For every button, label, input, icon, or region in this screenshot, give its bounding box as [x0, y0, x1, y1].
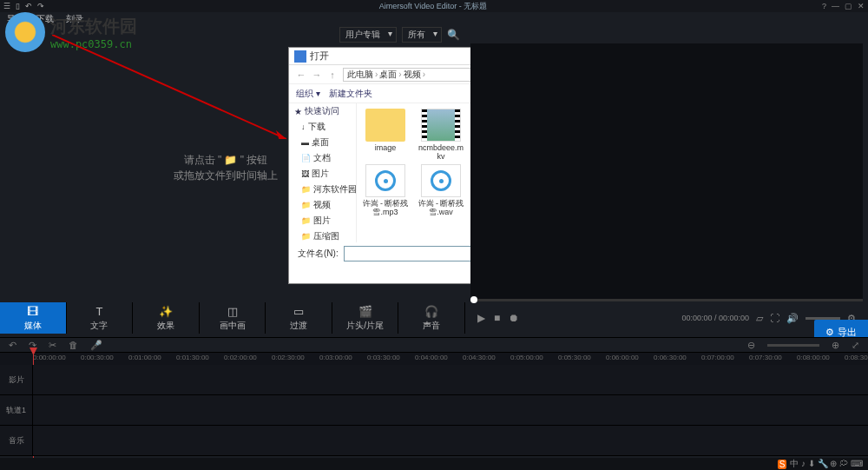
file-item[interactable]: image — [362, 109, 409, 161]
min-button[interactable]: — — [832, 2, 839, 10]
tab-过渡[interactable]: ▭过渡 — [266, 302, 332, 334]
sys-icon: ☰ — [3, 2, 10, 10]
tab-icon: 🎬 — [358, 305, 372, 318]
ruler-tick: 0:08:00:00 — [797, 354, 830, 361]
sidebar-item[interactable]: 📄文档 — [289, 150, 356, 166]
ruler-tick: 0:04:30:00 — [463, 354, 496, 361]
track-label: 音乐 — [0, 426, 33, 455]
ruler-tick: 0:00:00:00 — [33, 354, 66, 361]
svg-rect-2 — [294, 50, 306, 63]
help-icon[interactable]: ? — [822, 2, 826, 10]
timeline-tracks: 影片轨道1音乐 — [0, 365, 868, 456]
album-dropdown[interactable]: 用户专辑 — [339, 27, 397, 43]
tab-媒体[interactable]: 🎞媒体 — [0, 302, 67, 334]
ruler-tick: 0:06:00:00 — [606, 354, 639, 361]
track-row[interactable]: 轨道1 — [0, 395, 868, 426]
sidebar-item[interactable]: ↓下载 — [289, 119, 356, 135]
search-icon[interactable]: 🔍 — [447, 29, 460, 41]
hint-line2: 或拖放文件到时间轴上 — [174, 168, 278, 183]
ruler-tick: 0:01:00:00 — [128, 354, 161, 361]
nav-back-button[interactable]: ← — [294, 70, 308, 80]
tab-文字[interactable]: T文字 — [67, 302, 134, 334]
site-url: www.pc0359.cn — [50, 38, 137, 50]
file-item[interactable]: 许嵩 - 断桥残雪.mp3 — [362, 164, 409, 216]
time-display: 00:00:00 / 00:00:00 — [681, 314, 749, 322]
ruler-tick: 0:05:30:00 — [558, 354, 591, 361]
logo-icon — [5, 12, 45, 52]
tab-icon: ▭ — [293, 305, 304, 318]
filename-label: 文件名(N): — [298, 248, 339, 260]
dialog-sidebar: ★快速访问↓下载▬桌面📄文档🖼图片📁河东软件园📁视频📁图片📁压缩图☁OneDri… — [289, 103, 357, 242]
fit-icon[interactable]: ⤢ — [852, 340, 859, 351]
sidebar-item[interactable]: 📁压缩图 — [289, 228, 356, 242]
tab-icon: ✨ — [159, 305, 173, 318]
sidebar-item[interactable]: 📁河东软件园 — [289, 182, 356, 197]
zoom-in-icon[interactable]: ⊕ — [832, 340, 839, 351]
nav-up-button[interactable]: ↑ — [326, 70, 339, 80]
tab-声音[interactable]: 🎧声音 — [398, 302, 465, 334]
voiceover-icon[interactable]: 🎤 — [90, 340, 102, 351]
hint-line1: 请点击 " 📁 " 按钮 — [174, 152, 278, 168]
tab-片头/片尾[interactable]: 🎬片头/片尾 — [332, 302, 399, 334]
organize-menu[interactable]: 组织 ▾ — [296, 88, 320, 100]
site-watermark: 河东软件园 www.pc0359.cn — [5, 12, 137, 52]
zoom-slider[interactable] — [767, 344, 819, 347]
track-label: 轨道1 — [0, 395, 33, 425]
tab-画中画[interactable]: ◫画中画 — [200, 302, 266, 334]
ruler-tick: 0:06:30:00 — [654, 354, 687, 361]
svg-marker-1 — [276, 130, 286, 139]
progress-slider[interactable] — [470, 299, 863, 301]
sys-icon: ↶ — [25, 2, 32, 10]
track-label: 影片 — [0, 365, 33, 394]
play-button[interactable]: ▶ — [477, 312, 485, 324]
nav-fwd-button[interactable]: → — [310, 70, 324, 80]
cut-icon[interactable]: ✂ — [49, 340, 56, 351]
sidebar-item[interactable]: 📁图片 — [289, 213, 356, 228]
sidebar-item[interactable]: ▬桌面 — [289, 135, 356, 150]
timeline-ruler[interactable]: 0:00:00:000:00:30:000:01:00:000:01:30:00… — [0, 353, 868, 365]
tab-icon: 🎞 — [27, 305, 38, 318]
sidebar-item[interactable]: ★快速访问 — [289, 103, 356, 119]
dialog-icon — [294, 50, 306, 63]
undo-icon[interactable]: ↶ — [9, 340, 16, 351]
sidebar-item[interactable]: 🖼图片 — [289, 166, 356, 182]
ruler-tick: 0:00:30:00 — [81, 354, 114, 361]
sidebar-item[interactable]: 📁视频 — [289, 197, 356, 213]
close-button[interactable]: ✕ — [858, 2, 865, 10]
max-button[interactable]: ▢ — [845, 2, 852, 10]
track-row[interactable]: 音乐 — [0, 426, 868, 456]
aspect-icon[interactable]: ▱ — [756, 313, 763, 324]
ruler-tick: 0:07:00:00 — [701, 354, 734, 361]
window-titlebar: ☰▯↶↷ Aimersoft Video Editor - 无标题 ? — ▢ … — [0, 0, 868, 12]
file-item[interactable]: ncmbdeee.mkv — [418, 109, 464, 161]
new-folder-button[interactable]: 新建文件夹 — [329, 88, 372, 100]
stop-button[interactable]: ■ — [494, 312, 500, 324]
ime-icon[interactable]: S — [778, 460, 787, 469]
tab-效果[interactable]: ✨效果 — [133, 302, 200, 334]
ruler-tick: 0:02:30:00 — [272, 354, 305, 361]
os-taskbar: S 中 ♪ ⬇ 🔧 ⊕ 🗭 ⌨ — [0, 458, 868, 470]
export-icon: ⚙ — [825, 327, 834, 338]
file-item[interactable]: 许嵩 - 断桥残雪.wav — [418, 164, 464, 216]
snapshot-button[interactable]: ⏺ — [509, 312, 519, 324]
ruler-tick: 0:02:00:00 — [224, 354, 257, 361]
tray-icons[interactable]: 中 ♪ ⬇ 🔧 ⊕ 🗭 ⌨ — [790, 458, 863, 470]
track-row[interactable]: 影片 — [0, 365, 868, 395]
tab-icon: T — [95, 305, 102, 318]
ruler-tick: 0:01:30:00 — [176, 354, 209, 361]
ruler-tick: 0:04:00:00 — [415, 354, 448, 361]
ruler-tick: 0:07:30:00 — [749, 354, 782, 361]
tab-icon: 🎧 — [424, 305, 438, 318]
ruler-tick: 0:08:30:00 — [845, 354, 868, 361]
delete-icon[interactable]: 🗑 — [69, 340, 78, 350]
sys-icon: ▯ — [16, 2, 20, 10]
player-controls: ▶ ■ ⏺ 00:00:00 / 00:00:00 ▱ ⛶ 🔊 ⚙ — [470, 302, 863, 334]
import-hint: 请点击 " 📁 " 按钮 或拖放文件到时间轴上 — [174, 152, 278, 183]
ruler-tick: 0:05:00:00 — [510, 354, 543, 361]
ruler-tick: 0:03:30:00 — [367, 354, 400, 361]
fullscreen-icon[interactable]: ⛶ — [770, 313, 779, 323]
volume-icon[interactable]: 🔊 — [786, 313, 799, 324]
type-dropdown[interactable]: 所有 — [402, 27, 442, 43]
sys-icon: ↷ — [37, 2, 44, 10]
zoom-out-icon[interactable]: ⊖ — [747, 340, 755, 351]
